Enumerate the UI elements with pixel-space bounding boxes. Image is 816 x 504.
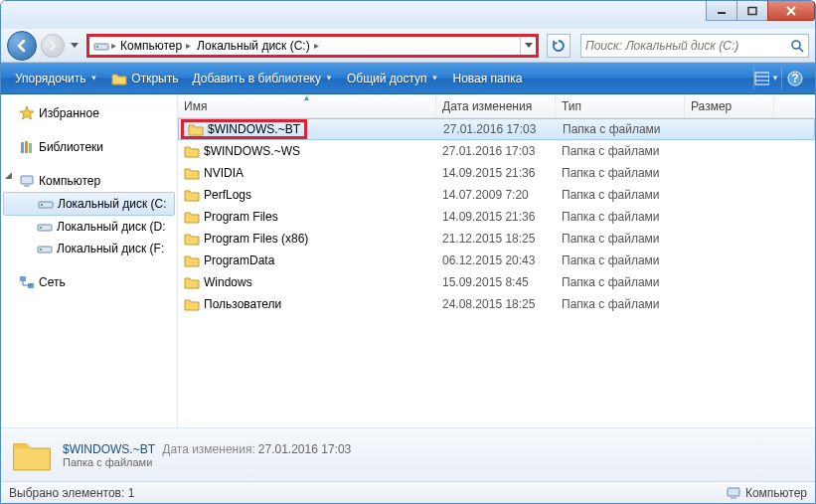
- drive-icon: [93, 38, 109, 54]
- main-panel: ▲Имя Дата изменения Тип Размер $WINDOWS.…: [178, 94, 815, 427]
- breadcrumb-dropdown[interactable]: [520, 37, 536, 55]
- close-button[interactable]: [767, 1, 815, 21]
- cell-name: $WINDOWS.~WS: [178, 144, 436, 158]
- table-row[interactable]: ProgramData06.12.2015 20:43Папка с файла…: [178, 250, 815, 271]
- computer-icon: [19, 173, 35, 189]
- cell-type: Папка с файлами: [556, 253, 685, 267]
- column-size[interactable]: Размер: [685, 94, 774, 117]
- organize-button[interactable]: Упорядочить▼: [9, 68, 103, 89]
- status-location: Компьютер: [726, 486, 807, 500]
- cell-date: 27.01.2016 17:03: [436, 144, 556, 158]
- cell-date: 15.09.2015 8:45: [436, 275, 556, 289]
- sidebar-drive-f[interactable]: Локальный диск (F:: [1, 238, 177, 259]
- explorer-window: ▸ Компьютер▸ Локальный диск (C:)▸ Упоряд…: [0, 0, 816, 504]
- chevron-right-icon: ▸: [186, 40, 191, 51]
- drive-icon: [37, 241, 53, 256]
- add-to-library-button[interactable]: Добавить в библиотеку▼: [186, 68, 338, 89]
- folder-icon: [188, 122, 204, 136]
- cell-type: Папка с файлами: [556, 297, 685, 311]
- breadcrumb-segment[interactable]: Компьютер▸: [118, 39, 193, 53]
- cell-date: 21.12.2015 18:25: [436, 232, 556, 246]
- help-button[interactable]: ?: [781, 68, 807, 89]
- new-folder-button[interactable]: Новая папка: [446, 68, 528, 89]
- breadcrumb-segment[interactable]: Локальный диск (C:)▸: [195, 39, 321, 53]
- titlebar[interactable]: [1, 1, 815, 29]
- sidebar-drive-c[interactable]: Локальный диск (C:: [3, 192, 175, 216]
- cell-name: Windows: [178, 275, 436, 289]
- column-name[interactable]: ▲Имя: [178, 94, 436, 117]
- folder-icon: [184, 188, 200, 202]
- cell-name: PerfLogs: [178, 188, 436, 202]
- sidebar: Избранное Библиотеки ◢Компьютер Локальны…: [1, 94, 178, 427]
- sidebar-libraries[interactable]: Библиотеки: [1, 136, 177, 158]
- table-row[interactable]: Пользователи24.08.2015 18:25Папка с файл…: [178, 293, 815, 315]
- cell-type: Папка с файлами: [556, 166, 685, 180]
- svg-rect-19: [41, 204, 43, 206]
- maximize-button[interactable]: [736, 1, 768, 21]
- sort-indicator-icon: ▲: [303, 94, 311, 102]
- breadcrumb-highlight: ▸ Компьютер▸ Локальный диск (C:)▸: [86, 34, 539, 58]
- libraries-icon: [19, 139, 35, 155]
- cell-date: 24.08.2015 18:25: [436, 297, 556, 311]
- cell-name: $WINDOWS.~BT: [179, 119, 437, 139]
- svg-rect-13: [21, 142, 24, 153]
- search-icon[interactable]: [790, 39, 804, 53]
- search-input[interactable]: [585, 39, 790, 53]
- status-selected: Выбрано элементов: 1: [9, 486, 134, 500]
- open-button[interactable]: Открыть: [105, 68, 184, 89]
- view-button[interactable]: ▼: [753, 68, 779, 89]
- svg-line-7: [799, 48, 803, 52]
- sidebar-drive-d[interactable]: Локальный диск (D:: [1, 216, 177, 238]
- expand-icon[interactable]: ◢: [5, 170, 15, 180]
- folder-icon: [184, 253, 200, 267]
- column-type[interactable]: Тип: [556, 94, 685, 117]
- table-row[interactable]: $WINDOWS.~BT27.01.2016 17:03Папка с файл…: [178, 118, 815, 140]
- file-list[interactable]: $WINDOWS.~BT27.01.2016 17:03Папка с файл…: [178, 118, 815, 427]
- svg-rect-16: [21, 176, 33, 184]
- cell-date: 14.09.2015 21:36: [436, 166, 556, 180]
- chevron-right-icon: ▸: [314, 40, 319, 51]
- details-type: Папка с файлами: [63, 456, 351, 468]
- table-row[interactable]: Program Files14.09.2015 21:36Папка с фай…: [178, 206, 815, 228]
- drive-icon: [38, 196, 54, 212]
- cell-name: Пользователи: [178, 297, 436, 311]
- column-headers: ▲Имя Дата изменения Тип Размер: [178, 94, 815, 118]
- table-row[interactable]: $WINDOWS.~WS27.01.2016 17:03Папка с файл…: [178, 140, 815, 162]
- search-box[interactable]: [580, 34, 809, 58]
- column-date[interactable]: Дата изменения: [436, 94, 556, 117]
- share-button[interactable]: Общий доступ▼: [341, 68, 445, 89]
- sidebar-favorites[interactable]: Избранное: [1, 102, 177, 124]
- cell-date: 14.07.2009 7:20: [436, 188, 556, 202]
- toolbar: Упорядочить▼ Открыть Добавить в библиоте…: [1, 63, 815, 94]
- cell-name: Program Files (x86): [178, 232, 436, 246]
- svg-rect-1: [748, 7, 756, 14]
- folder-icon: [184, 210, 200, 224]
- navbar: ▸ Компьютер▸ Локальный диск (C:)▸: [1, 29, 815, 63]
- folder-icon: [184, 144, 200, 158]
- table-row[interactable]: NVIDIA14.09.2015 21:36Папка с файлами: [178, 162, 815, 184]
- cell-type: Папка с файлами: [556, 188, 685, 202]
- folder-icon: [184, 297, 200, 311]
- nav-back-button[interactable]: [7, 31, 37, 61]
- chevron-right-icon: ▸: [111, 40, 116, 51]
- svg-rect-30: [731, 497, 736, 499]
- table-row[interactable]: PerfLogs14.07.2009 7:20Папка с файлами: [178, 184, 815, 206]
- svg-rect-29: [728, 488, 739, 496]
- nav-forward-button[interactable]: [41, 34, 65, 58]
- star-icon: [19, 105, 35, 121]
- details-name: $WINDOWS.~BT Дата изменения: 27.01.2016 …: [63, 441, 351, 456]
- table-row[interactable]: Program Files (x86)21.12.2015 18:25Папка…: [178, 228, 815, 250]
- svg-rect-8: [755, 73, 769, 84]
- cell-type: Папка с файлами: [556, 144, 685, 158]
- sidebar-computer[interactable]: Компьютер: [1, 170, 177, 192]
- sidebar-network[interactable]: Сеть: [1, 271, 177, 293]
- nav-history-dropdown[interactable]: [69, 31, 81, 61]
- minimize-button[interactable]: [706, 1, 737, 21]
- svg-rect-14: [25, 141, 28, 153]
- statusbar: Выбрано элементов: 1 Компьютер: [1, 481, 815, 503]
- cell-date: 06.12.2015 20:43: [436, 253, 556, 267]
- table-row[interactable]: Windows15.09.2015 8:45Папка с файлами: [178, 271, 815, 293]
- svg-rect-23: [40, 249, 42, 251]
- breadcrumb[interactable]: ▸ Компьютер▸ Локальный диск (C:)▸: [89, 38, 520, 54]
- refresh-button[interactable]: [547, 34, 571, 58]
